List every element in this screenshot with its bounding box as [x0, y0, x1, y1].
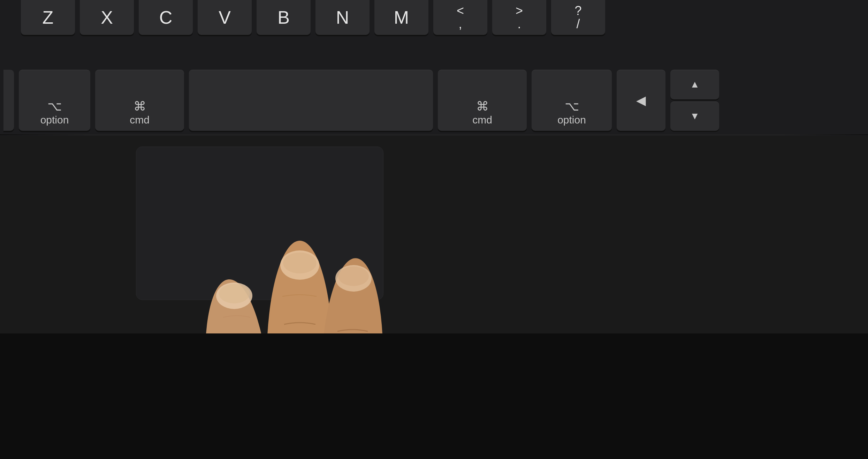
key-m[interactable]: M — [374, 0, 428, 35]
modifier-row: ⌥ option ⌘ cmd ⌘ cmd ⌥ option ◀ ▲ — [0, 68, 868, 133]
key-cmd-left[interactable]: ⌘ cmd — [95, 70, 184, 131]
key-arrows-updown: ▲ ▼ — [670, 70, 719, 131]
bottom-area — [0, 333, 868, 459]
key-z[interactable]: Z — [21, 0, 75, 35]
key-x[interactable]: X — [80, 0, 134, 35]
key-space[interactable] — [189, 70, 433, 131]
svg-point-2 — [219, 284, 250, 303]
key-v[interactable]: V — [198, 0, 252, 35]
key-slash[interactable]: ? / — [551, 0, 605, 35]
key-arrow-up[interactable]: ▲ — [670, 70, 719, 99]
key-left-edge — [3, 70, 14, 131]
key-comma[interactable]: < , — [433, 0, 487, 35]
svg-point-8 — [338, 266, 369, 286]
key-arrow-down[interactable]: ▼ — [670, 101, 719, 131]
key-arrow-left[interactable]: ◀ — [617, 70, 665, 131]
key-c[interactable]: C — [139, 0, 193, 35]
top-keys-partial: Z X C V B N M < , > — [0, 0, 868, 35]
key-b[interactable]: B — [257, 0, 311, 35]
key-cmd-right[interactable]: ⌘ cmd — [438, 70, 527, 131]
key-period[interactable]: > . — [492, 0, 546, 35]
svg-point-5 — [283, 253, 317, 273]
key-option-right[interactable]: ⌥ option — [532, 70, 612, 131]
key-n[interactable]: N — [315, 0, 370, 35]
key-option-left[interactable]: ⌥ option — [19, 70, 90, 131]
